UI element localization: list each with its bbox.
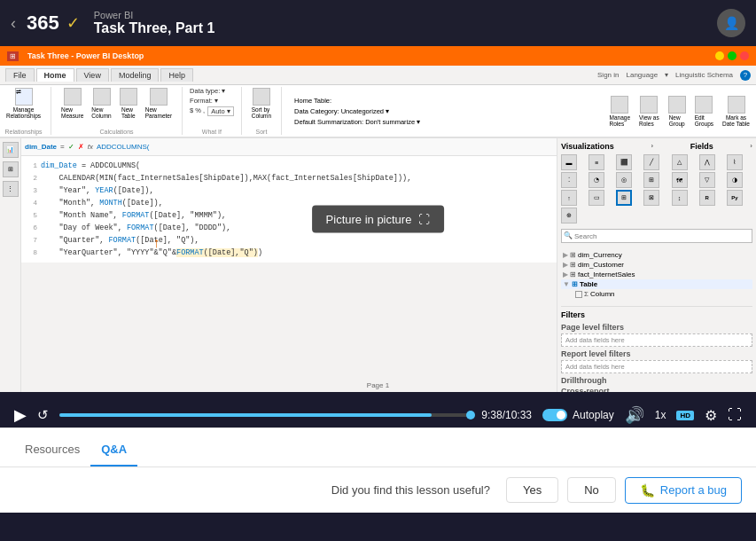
new-column-button[interactable]: NewColumn [89,87,113,120]
bug-icon: 🐛 [640,483,655,498]
tab-help[interactable]: Help [160,68,193,82]
report-filters-placeholder[interactable]: Add data fields here [561,360,752,373]
pbi-icon-bar: 📊 ⊞ ⋮ [0,138,21,392]
time-display: 9:38/10:33 [481,409,532,421]
top-nav: ‹ 365 ✓ Power BI Task Three, Part 1 👤 [0,0,756,46]
manage-roles-button[interactable]: ManageRoles [607,95,634,128]
new-table-button[interactable]: NewTable [117,87,140,120]
field-table[interactable]: ▼ ⊞ Table [561,279,752,289]
language-label[interactable]: Language [626,71,658,79]
field-fact-internetsales[interactable]: ▶ ⊞ fact_InternetSales [561,270,752,279]
footer-bar: Did you find this lesson useful? Yes No … [0,467,756,513]
nav-subtitle: Power BI [94,10,215,20]
replay-button[interactable]: ↺ [37,407,49,423]
field-checkbox-column[interactable] [575,291,582,298]
field-dim-customer[interactable]: ▶ ⊞ dim_Customer [561,260,752,270]
page-title: Task Three, Part 1 [94,20,215,36]
scatter-chart-icon[interactable]: ⁚ [561,172,577,188]
area-chart-icon[interactable]: △ [672,154,688,170]
tab-view[interactable]: View [76,68,109,82]
speed-button[interactable]: 1x [655,409,666,421]
pie-chart-icon[interactable]: ◔ [588,172,604,188]
ribbon-chart-icon[interactable]: ⌇ [727,154,743,170]
tab-home[interactable]: Home [36,68,74,82]
sort-by-column-button[interactable]: Sort byColumn [249,87,274,120]
close-button[interactable] [740,51,749,60]
view-as-roles-button[interactable]: View asRoles [636,95,662,128]
pip-label: Picture in picture [326,213,412,226]
python-visual-icon[interactable]: Py [727,190,743,206]
line-chart-icon[interactable]: ╱ [643,154,659,170]
treemap-icon[interactable]: ⊞ [643,172,659,188]
new-parameter-button[interactable]: NewParameter [143,87,175,120]
cancel-icon[interactable]: ✗ [78,143,84,151]
donut-chart-icon[interactable]: ◎ [616,172,632,188]
progress-dot [466,411,475,419]
matrix-icon[interactable]: ⊠ [643,190,659,206]
tab-qa[interactable]: Q&A [90,434,137,467]
ribbon-group-calculations: NewMeasure NewColumn NewTable NewParamet… [58,87,183,135]
map-icon[interactable]: 🗺 [672,172,688,188]
funnel-icon[interactable]: ▽ [699,172,715,188]
ribbon-group-whatif: Data type: ▾ Format: ▾ $ % , Auto ▾ What… [190,87,242,135]
page-indicator: Page 1 [363,380,393,390]
bar-chart-icon[interactable]: ▬ [561,154,577,170]
autoplay-toggle-switch[interactable] [542,409,567,421]
page-filters-placeholder[interactable]: Add data fields here [561,333,752,347]
table-viz-icon[interactable]: ⊞ [616,190,632,206]
data-view-icon[interactable]: ⊞ [3,161,19,177]
card-icon[interactable]: ▭ [588,190,604,206]
logo: 365 ✓ [27,12,80,35]
mark-as-date-table-button[interactable]: Mark asDate Table [720,95,752,128]
ribbon-group-sort: Sort byColumn Sort [249,87,282,135]
stacked-bar-icon[interactable]: ≡ [588,154,604,170]
avatar[interactable]: 👤 [717,9,745,37]
code-line-8: 8 "YearQuarter", "YYYY"&"Q"&FORMAT([Date… [25,247,553,259]
custom-visual-icon[interactable]: ⊕ [561,208,577,223]
play-button[interactable]: ▶ [14,405,27,425]
back-button[interactable]: ‹ [11,14,16,33]
gauge-icon[interactable]: ◑ [727,172,743,188]
field-dim-currency[interactable]: ▶ ⊞ dim_Currency [561,250,752,260]
signin-label[interactable]: Sign in [597,71,619,79]
search-icon: 🔍 [564,231,573,239]
help-icon[interactable]: ? [740,70,751,81]
progress-bar[interactable] [59,413,471,417]
edit-groups-button[interactable]: EditGroups [692,95,716,128]
tab-modeling[interactable]: Modeling [111,68,160,82]
new-group-button[interactable]: NewGroup [666,95,689,128]
code-line-6: 6 "Day of Week", FORMAT([Date], "DDDD"), [25,222,553,234]
kpi-icon[interactable]: ↑ [561,190,577,206]
no-button[interactable]: No [567,477,616,503]
check-icon[interactable]: ✓ [68,143,74,151]
yes-button[interactable]: Yes [506,477,558,503]
r-visual-icon[interactable]: R [699,190,715,206]
autoplay-toggle[interactable]: Autoplay [542,409,614,421]
volume-button[interactable]: 🔊 [625,405,644,425]
report-view-icon[interactable]: 📊 [3,142,19,158]
tab-resources[interactable]: Resources [14,434,90,467]
new-measure-button[interactable]: NewMeasure [58,87,86,120]
minimize-button[interactable] [715,51,724,60]
tab-file[interactable]: File [5,68,35,82]
field-column[interactable]: Σ Column [561,289,752,299]
waterfall-icon[interactable]: ↕ [672,190,688,206]
report-bug-button[interactable]: 🐛 Report a bug [625,477,742,504]
pbi-right-panel: Visualizations › Fields › ▬ ≡ ⬛ ╱ △ ⋀ ⌇ … [557,138,756,392]
line-area-icon[interactable]: ⋀ [699,154,715,170]
fields-title: Fields [690,142,713,151]
manage-relationships-button[interactable]: ⇌ ManageRelationships [4,87,43,120]
code-editor[interactable]: 1 dim_Date = ADDCOLUMNS( 2 CALENDAR(MIN(… [21,156,557,263]
fields-search-input[interactable] [561,229,752,243]
report-bug-label: Report a bug [660,483,727,497]
annotation-arrow: ↑ [152,238,161,250]
maximize-button[interactable] [728,51,737,60]
model-view-icon[interactable]: ⋮ [3,181,19,197]
video-container: Picture in picture ⛶ ⊞ Task Three - Powe… [0,46,756,427]
bottom-tabs: Resources Q&A [0,427,756,467]
code-line-1: 1 dim_Date = ADDCOLUMNS( [25,160,553,172]
pbi-ribbon: ⇌ ManageRelationships Relationships NewM… [0,85,756,138]
settings-button[interactable]: ⚙ [705,407,717,424]
100pct-bar-icon[interactable]: ⬛ [616,154,632,170]
fullscreen-button[interactable]: ⛶ [728,407,742,423]
